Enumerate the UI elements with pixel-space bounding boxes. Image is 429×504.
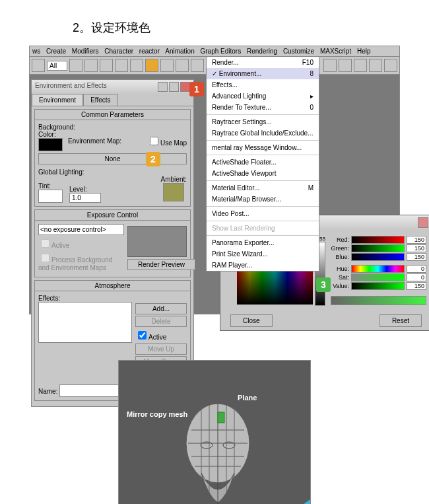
- tab-environment[interactable]: Environment: [32, 94, 83, 106]
- channel-label: Value:: [331, 283, 349, 289]
- toolbar-btn[interactable]: [32, 59, 45, 72]
- add-button[interactable]: Add...: [135, 303, 187, 314]
- channel-label: Hue:: [331, 266, 349, 272]
- atmos-active-checkbox[interactable]: [138, 331, 147, 340]
- color-label: Color:: [38, 131, 63, 138]
- cs-reset-btn[interactable]: Reset: [380, 314, 422, 327]
- tint-swatch[interactable]: [38, 190, 63, 203]
- tab-effects[interactable]: Effects: [83, 94, 117, 106]
- svg-marker-13: [264, 499, 310, 504]
- toolbar-btn[interactable]: [115, 59, 128, 72]
- menu-modifiers[interactable]: Modifiers: [72, 48, 99, 55]
- toolbar-btn[interactable]: [84, 59, 98, 72]
- ambient-label: Ambient:: [161, 176, 187, 183]
- usemap-checkbox[interactable]: [150, 137, 158, 145]
- toolbar-btn[interactable]: [69, 59, 82, 72]
- name-label: Name:: [38, 388, 57, 395]
- toolbar-btn[interactable]: [384, 59, 397, 72]
- menu-item[interactable]: Effects...: [207, 79, 319, 90]
- envmap-button[interactable]: None: [38, 153, 187, 164]
- toolbar-btn[interactable]: [130, 59, 143, 72]
- process-checkbox: [41, 254, 50, 262]
- toolbar-btn[interactable]: [145, 59, 158, 72]
- svg-rect-6: [218, 412, 224, 423]
- menu-grapheditors[interactable]: Graph Editors: [200, 48, 241, 55]
- menu-create[interactable]: Create: [46, 48, 66, 55]
- toolbar-btn[interactable]: [160, 59, 174, 72]
- menu-item[interactable]: ActiveShade Floater...: [207, 157, 319, 168]
- menubar: ws Create Modifiers Character reactor An…: [30, 46, 399, 57]
- atmos-active-label: Active: [148, 334, 166, 341]
- menu-rendering[interactable]: Rendering: [247, 48, 277, 55]
- channel-slider[interactable]: [351, 265, 405, 273]
- channel-slider[interactable]: [351, 236, 405, 244]
- step-marker-1: 1: [189, 82, 204, 96]
- channel-slider[interactable]: [351, 244, 405, 252]
- step-marker-2: 2: [146, 152, 160, 166]
- bg-color-swatch[interactable]: [38, 138, 63, 151]
- menu-item[interactable]: Material Editor...M: [207, 182, 319, 194]
- menu-item[interactable]: RAM Player...: [207, 260, 319, 271]
- cs-close-button[interactable]: [418, 217, 428, 228]
- toolbar-btn[interactable]: [339, 59, 352, 72]
- channel-slider[interactable]: [351, 273, 405, 281]
- channel-slider[interactable]: [351, 253, 405, 261]
- menu-item[interactable]: Panorama Exporter...: [207, 237, 319, 248]
- menu-help[interactable]: Help: [357, 48, 371, 55]
- channel-value[interactable]: 150: [407, 282, 426, 290]
- maximize-button[interactable]: [169, 82, 179, 92]
- menu-character[interactable]: Character: [104, 48, 133, 55]
- cs-close-btn[interactable]: Close: [230, 314, 273, 327]
- level-field[interactable]: 1.0: [69, 193, 101, 203]
- menu-item[interactable]: Render...F10: [207, 57, 319, 68]
- channel-slider[interactable]: [351, 282, 405, 290]
- menu-maxscript[interactable]: MAXScript: [320, 48, 351, 55]
- usemap-label: Use Map: [160, 139, 187, 147]
- menu-item[interactable]: Material/Map Browser...: [207, 194, 319, 205]
- channel-value[interactable]: 150: [407, 253, 426, 261]
- toolbar-btn[interactable]: [369, 59, 382, 72]
- selection-filter[interactable]: All: [47, 61, 67, 71]
- common-params-header: Common Parameters: [35, 110, 190, 120]
- exposure-header: Exposure Control: [35, 210, 190, 221]
- menu-animation[interactable]: Animation: [165, 48, 194, 55]
- menu-item[interactable]: Raytracer Settings...: [207, 116, 319, 127]
- menu-item[interactable]: Video Post...: [207, 208, 319, 219]
- menu-customize[interactable]: Customize: [283, 48, 314, 55]
- effects-listbox[interactable]: [38, 302, 132, 343]
- toolbar-btn[interactable]: [100, 59, 113, 72]
- rendering-menu: Render...F10✓ Environment...8Effects...A…: [206, 56, 319, 271]
- effects-label: Effects:: [38, 295, 187, 302]
- environment-dialog: Environment and Effects Environment Effe…: [31, 79, 194, 407]
- menu-item[interactable]: Print Size Wizard...: [207, 248, 319, 260]
- step2-heading: 2。设定环境色: [73, 20, 403, 36]
- channel-value[interactable]: 0: [407, 265, 426, 273]
- ambient-swatch[interactable]: [163, 183, 184, 201]
- minimize-button[interactable]: [158, 82, 168, 92]
- channel-value[interactable]: 150: [407, 236, 426, 244]
- toolbar-btn[interactable]: [323, 59, 337, 72]
- channel-value[interactable]: 0: [407, 273, 426, 281]
- menu-item[interactable]: ✓ Environment...8: [207, 68, 319, 79]
- menu-item: Show Last Rendering: [207, 223, 319, 234]
- menu-item[interactable]: mental ray Message Window...: [207, 142, 319, 153]
- toolbar-btn[interactable]: [176, 59, 189, 72]
- close-button[interactable]: [180, 82, 190, 92]
- menu-item[interactable]: ActiveShade Viewport: [207, 168, 319, 179]
- channel-label: Red:: [331, 236, 349, 243]
- channel-value[interactable]: 150: [407, 244, 426, 252]
- dialog-title: Environment and Effects: [35, 82, 107, 92]
- menu-item[interactable]: Advanced Lighting▸: [207, 90, 319, 102]
- tint-label: Tint:: [38, 182, 63, 190]
- menu-item[interactable]: Render To Texture...0: [207, 102, 319, 113]
- toolbar-btn[interactable]: [191, 59, 204, 72]
- atmosphere-header: Atmosphere: [35, 281, 190, 291]
- exposure-select[interactable]: <no exposure control>: [38, 224, 124, 235]
- render-preview-button[interactable]: Render Preview: [127, 259, 195, 270]
- menu-ws[interactable]: ws: [32, 48, 40, 55]
- menu-reactor[interactable]: reactor: [139, 48, 160, 55]
- menu-item[interactable]: Raytrace Global Include/Exclude...: [207, 127, 319, 139]
- channel-label: Blue:: [331, 254, 349, 260]
- preview-box: [127, 226, 187, 257]
- toolbar-btn[interactable]: [354, 59, 367, 72]
